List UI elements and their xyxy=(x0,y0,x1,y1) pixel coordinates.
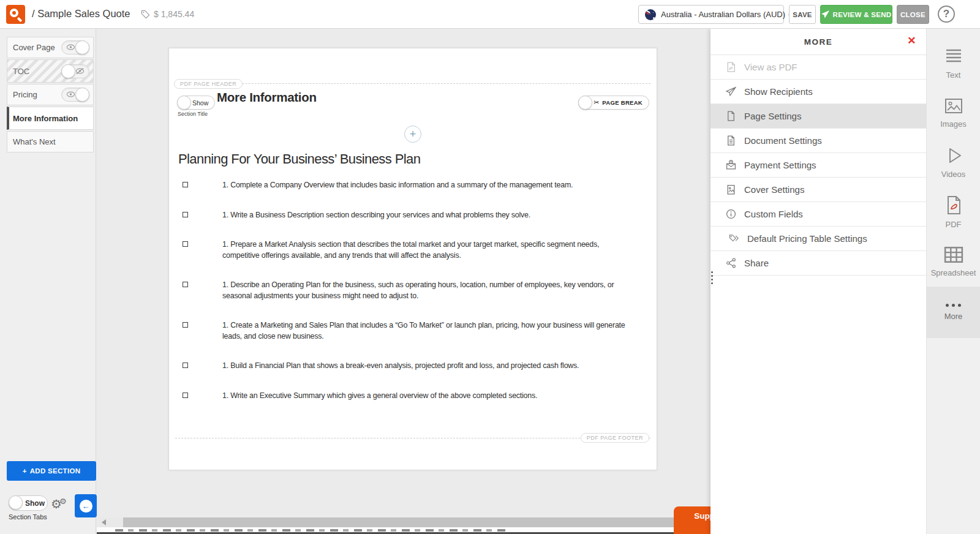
bottom-content-sliver xyxy=(97,527,710,534)
scrollbar-thumb[interactable] xyxy=(123,517,677,527)
pdf-footer-divider xyxy=(175,438,650,438)
rail-item-pdf[interactable]: PDF xyxy=(927,187,980,237)
image-icon xyxy=(944,97,963,115)
add-content-button[interactable]: + xyxy=(404,126,421,143)
checkbox-icon[interactable] xyxy=(183,241,188,247)
menu-item-document-settings[interactable]: Document Settings xyxy=(710,129,926,153)
show-toggle-label: Show xyxy=(25,499,45,508)
checklist-item: 1. Prepare a Market Analysis section tha… xyxy=(178,239,636,261)
checklist-item-text: 1. Create a Marketing and Sales Plan tha… xyxy=(222,320,636,342)
menu-item-label: Payment Settings xyxy=(744,160,816,170)
content-rail: Text Images Videos PDF Spreadsheet More xyxy=(926,29,980,534)
section-title[interactable]: More Information xyxy=(217,90,317,105)
pdf-header-divider xyxy=(175,83,650,84)
payment-icon: $ xyxy=(726,160,736,170)
save-button[interactable]: SAVE xyxy=(789,5,816,24)
section-label: Pricing xyxy=(13,90,37,99)
checklist-item: 1. Complete a Company Overview that incl… xyxy=(178,180,636,191)
content-heading[interactable]: Planning For Your Business’ Business Pla… xyxy=(178,151,420,167)
menu-item-page-settings[interactable]: Page Settings xyxy=(710,104,926,129)
sidebar-item-toc[interactable]: TOC xyxy=(7,59,94,83)
menu-item-view-as-pdf[interactable]: View as PDF xyxy=(710,55,926,80)
back-arrow-icon: ← xyxy=(80,500,92,513)
add-section-label: ADD SECTION xyxy=(30,467,81,475)
sidebar-item-whats-next[interactable]: What's Next xyxy=(7,131,94,152)
plus-icon: + xyxy=(23,467,27,475)
rail-item-label: Videos xyxy=(941,170,966,179)
rail-item-text[interactable]: Text xyxy=(927,39,980,88)
menu-item-cover-settings[interactable]: Cover Settings xyxy=(710,178,926,202)
price-tag-icon xyxy=(141,10,150,19)
collapse-sidebar-button[interactable]: ← xyxy=(75,494,97,517)
review-send-button[interactable]: REVIEW & SEND xyxy=(820,5,892,24)
help-button[interactable]: ? xyxy=(938,6,955,23)
scroll-left-arrow-icon[interactable] xyxy=(102,519,106,525)
quote-amount-value: $ 1,845.44 xyxy=(154,9,194,19)
checkbox-icon[interactable] xyxy=(183,393,188,398)
menu-item-label: Document Settings xyxy=(744,135,822,146)
scissors-icon: ✂ xyxy=(594,99,599,107)
page-break-toggle[interactable]: ✂ PAGE BREAK xyxy=(578,96,649,110)
rail-item-label: Text xyxy=(946,70,961,80)
currency-label: Australia - Australian Dollars (AUD) xyxy=(661,10,785,19)
rail-item-label: Images xyxy=(940,119,967,129)
eye-icon xyxy=(66,43,75,51)
paper-plane-icon xyxy=(821,10,829,18)
checkbox-icon[interactable] xyxy=(183,363,188,368)
menu-item-label: Default Pricing Table Settings xyxy=(747,233,867,244)
sections-sidebar: Cover Page TOC Pricing More Information xyxy=(0,29,96,534)
currency-select[interactable]: Australia - Australian Dollars (AUD) xyxy=(638,5,784,24)
menu-item-label: Custom Fields xyxy=(744,209,803,219)
pdf-page-footer-pill[interactable]: PDF PAGE FOOTER xyxy=(581,433,649,443)
sidebar-item-cover-page[interactable]: Cover Page xyxy=(7,37,94,58)
grid-icon xyxy=(944,246,963,263)
checkbox-icon[interactable] xyxy=(183,212,188,217)
menu-item-default-pricing-table-settings[interactable]: Default Pricing Table Settings xyxy=(710,227,926,251)
pdf-page-header-pill[interactable]: PDF PAGE HEADER xyxy=(174,79,243,89)
quote-title[interactable]: / Sample Sales Quote xyxy=(32,8,130,20)
sidebar-item-more-information[interactable]: More Information xyxy=(7,107,94,130)
eye-slash-icon xyxy=(75,67,85,75)
close-icon[interactable]: ✕ xyxy=(907,36,917,46)
pricing-tag-icon xyxy=(729,233,739,244)
show-toggle-label: Show xyxy=(192,99,208,107)
rail-item-spreadsheet[interactable]: Spreadsheet xyxy=(927,237,980,287)
checklist-item: 1. Write an Executive Summary which give… xyxy=(178,391,636,402)
close-button[interactable]: CLOSE xyxy=(897,5,929,24)
checklist-item-text: 1. Describe an Operating Plan for the bu… xyxy=(222,280,636,301)
menu-item-share[interactable]: Share xyxy=(710,251,926,276)
pricing-visibility-toggle[interactable] xyxy=(61,88,89,102)
more-panel-title: MORE xyxy=(804,37,833,47)
checklist-item-text: 1. Write a Business Description section … xyxy=(222,210,530,221)
rail-item-images[interactable]: Images xyxy=(927,88,980,138)
quotient-logo[interactable] xyxy=(6,5,25,24)
checkbox-icon[interactable] xyxy=(183,322,188,328)
panel-drag-handle[interactable] xyxy=(711,271,713,284)
more-panel: MORE ✕ View as PDF Show Recipients Page … xyxy=(710,29,926,534)
svg-text:$: $ xyxy=(730,161,732,164)
checklist-item: 1. Describe an Operating Plan for the bu… xyxy=(178,280,636,301)
settings-gears-icon[interactable]: ⚙⚙ xyxy=(51,497,67,511)
horizontal-scrollbar[interactable] xyxy=(100,517,710,527)
sidebar-item-pricing[interactable]: Pricing xyxy=(7,84,94,105)
section-title-caption: Section Title xyxy=(178,111,208,117)
document-icon xyxy=(726,135,736,146)
checkbox-icon[interactable] xyxy=(183,182,188,187)
section-tabs-show-toggle[interactable]: Show xyxy=(9,495,48,511)
top-bar: / Sample Sales Quote $ 1,845.44 Australi… xyxy=(0,0,980,29)
rail-item-more[interactable]: More xyxy=(927,287,980,338)
menu-item-payment-settings[interactable]: $ Payment Settings xyxy=(710,153,926,178)
section-title-show-toggle[interactable]: Show xyxy=(177,96,215,110)
menu-item-label: Cover Settings xyxy=(744,184,804,195)
toc-visibility-toggle[interactable] xyxy=(61,64,89,78)
page-break-label: PAGE BREAK xyxy=(602,99,643,106)
rail-item-videos[interactable]: Videos xyxy=(927,138,980,187)
checkbox-icon[interactable] xyxy=(183,282,188,287)
cover-page-visibility-toggle[interactable] xyxy=(61,40,89,55)
checklist-item: 1. Build a Financial Plan that shows a b… xyxy=(178,361,636,372)
rail-item-label: Spreadsheet xyxy=(931,268,976,277)
add-section-button[interactable]: + ADD SECTION xyxy=(7,461,96,481)
menu-item-show-recipients[interactable]: Show Recipients xyxy=(710,80,926,104)
play-icon xyxy=(944,146,963,165)
menu-item-custom-fields[interactable]: Custom Fields xyxy=(710,202,926,227)
